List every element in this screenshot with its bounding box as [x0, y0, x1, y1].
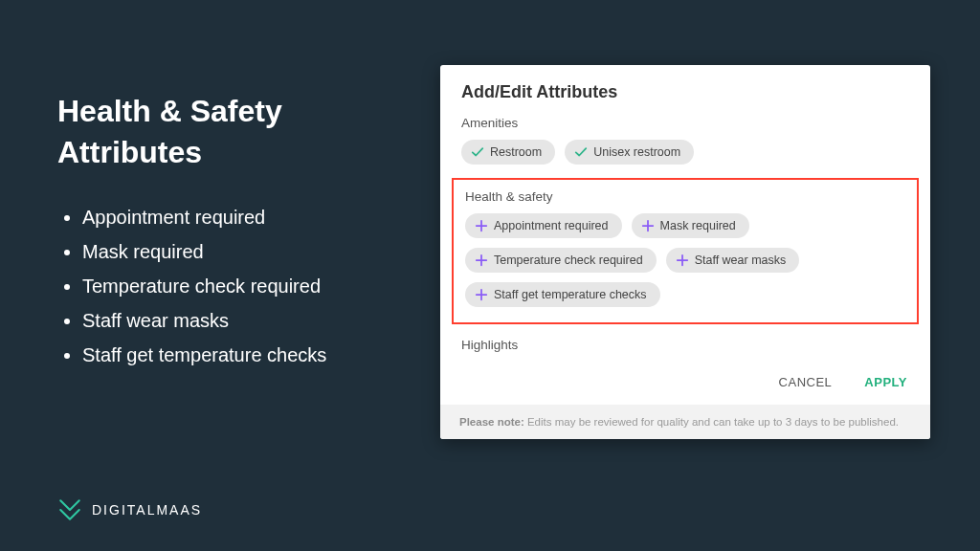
chip-label: Unisex restroom — [593, 145, 680, 159]
apply-button[interactable]: APPLY — [864, 375, 907, 389]
brand-logo: DIGITALMAAS — [57, 497, 202, 522]
health-chip[interactable]: Staff get temperature checks — [465, 282, 660, 307]
plus-icon — [475, 253, 488, 267]
chip-label: Appointment required — [494, 219, 609, 232]
bullet-item: Staff get temperature checks — [82, 338, 421, 372]
amenity-chip[interactable]: Restroom — [461, 140, 555, 165]
check-icon — [574, 145, 588, 159]
health-safety-chip-row: Appointment required Mask required Tempe… — [465, 213, 905, 307]
chip-label: Restroom — [490, 145, 542, 159]
amenities-chip-row: Restroom Unisex restroom — [461, 140, 909, 165]
brand-mark-icon — [57, 497, 82, 522]
plus-icon — [475, 219, 488, 232]
attributes-modal: Add/Edit Attributes Amenities Restroom U… — [440, 65, 930, 439]
plus-icon — [676, 253, 689, 267]
plus-icon — [475, 288, 488, 301]
modal-actions: CANCEL APPLY — [440, 375, 930, 405]
highlights-label: Highlights — [461, 338, 909, 352]
slide-left: Health & Safety Attributes Appointment r… — [57, 91, 421, 372]
footer-note-bold: Please note: — [459, 416, 524, 428]
cancel-button[interactable]: CANCEL — [779, 375, 833, 389]
health-chip[interactable]: Staff wear masks — [666, 248, 800, 273]
health-safety-label: Health & safety — [465, 189, 905, 204]
amenity-chip[interactable]: Unisex restroom — [565, 140, 694, 165]
bullet-item: Temperature check required — [82, 269, 421, 303]
chip-label: Temperature check required — [494, 253, 643, 267]
health-safety-highlight-box: Health & safety Appointment required Mas… — [452, 178, 919, 324]
slide-bullets: Appointment required Mask required Tempe… — [57, 200, 421, 372]
bullet-item: Staff wear masks — [82, 303, 421, 338]
health-chip[interactable]: Temperature check required — [465, 248, 657, 273]
chip-label: Mask required — [660, 219, 736, 232]
health-chip[interactable]: Mask required — [632, 213, 749, 238]
modal-footer-note: Please note: Edits may be reviewed for q… — [440, 405, 930, 439]
chip-label: Staff wear masks — [695, 253, 787, 267]
chip-label: Staff get temperature checks — [494, 288, 647, 301]
amenities-label: Amenities — [461, 116, 909, 130]
bullet-item: Mask required — [82, 234, 421, 269]
health-chip[interactable]: Appointment required — [465, 213, 622, 238]
check-icon — [471, 145, 484, 159]
slide-title: Health & Safety Attributes — [57, 91, 421, 173]
bullet-item: Appointment required — [82, 200, 421, 234]
modal-title: Add/Edit Attributes — [461, 82, 909, 102]
brand-text: DIGITALMAAS — [92, 502, 202, 518]
footer-note-text: Edits may be reviewed for quality and ca… — [524, 416, 899, 428]
plus-icon — [641, 219, 655, 232]
